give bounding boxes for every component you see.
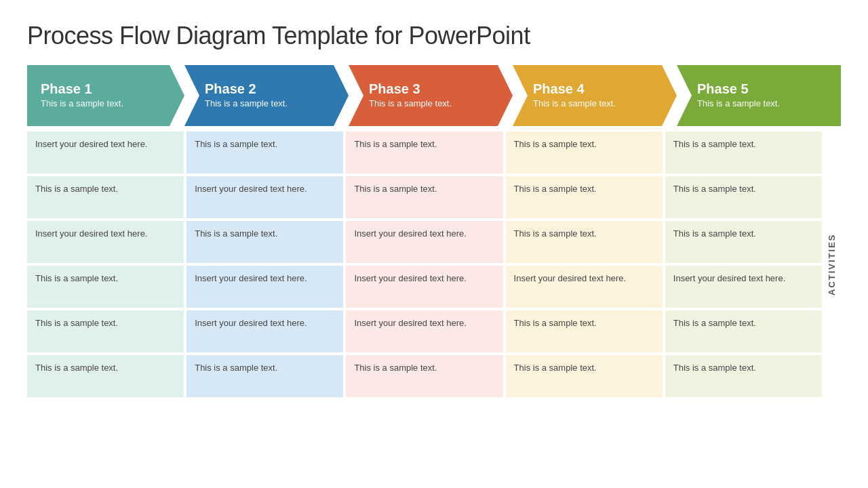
table-cell-r1-c2[interactable]: This is a sample text. bbox=[346, 176, 502, 218]
phase-chevron-2: Phase 2 This is a sample text. bbox=[184, 65, 349, 126]
table-cell-r4-c0[interactable]: This is a sample text. bbox=[27, 310, 184, 352]
table-cell-r4-c3[interactable]: This is a sample text. bbox=[506, 310, 663, 352]
table-cell-r1-c4[interactable]: This is a sample text. bbox=[665, 176, 822, 218]
phase-desc: This is a sample text. bbox=[41, 98, 175, 110]
table-cell-r3-c0[interactable]: This is a sample text. bbox=[27, 266, 184, 308]
phase-chevron-4: Phase 4 This is a sample text. bbox=[513, 65, 677, 126]
table-cell-r0-c4[interactable]: This is a sample text. bbox=[665, 131, 822, 174]
table-cell-r2-c3[interactable]: This is a sample text. bbox=[506, 221, 663, 263]
table-cell-r5-c4[interactable]: This is a sample text. bbox=[665, 355, 822, 397]
phase-desc: This is a sample text. bbox=[697, 98, 831, 110]
phase-label: Phase 4 bbox=[533, 81, 667, 97]
table-cell-r2-c0[interactable]: Insert your desired text here. bbox=[27, 221, 184, 263]
phase-chevron-1: Phase 1 This is a sample text. bbox=[27, 65, 184, 126]
activities-grid: Insert your desired text here.This is a … bbox=[27, 131, 822, 397]
page: Process Flow Diagram Template for PowerP… bbox=[0, 0, 868, 488]
table-wrapper: Insert your desired text here.This is a … bbox=[27, 131, 841, 397]
phases-row: Phase 1 This is a sample text. Phase 2 T… bbox=[27, 65, 841, 126]
table-cell-r4-c1[interactable]: Insert your desired text here. bbox=[186, 310, 343, 352]
table-cell-r5-c2[interactable]: This is a sample text. bbox=[346, 355, 502, 397]
table-cell-r1-c0[interactable]: This is a sample text. bbox=[27, 176, 184, 218]
phase-label: Phase 3 bbox=[369, 81, 503, 97]
table-cell-r3-c3[interactable]: Insert your desired text here. bbox=[506, 266, 663, 308]
table-cell-r2-c4[interactable]: This is a sample text. bbox=[665, 221, 822, 263]
table-cell-r0-c0[interactable]: Insert your desired text here. bbox=[27, 131, 184, 174]
table-cell-r2-c1[interactable]: This is a sample text. bbox=[186, 221, 343, 263]
phase-label: Phase 5 bbox=[697, 81, 831, 97]
phase-desc: This is a sample text. bbox=[205, 98, 339, 110]
table-cell-r4-c4[interactable]: This is a sample text. bbox=[665, 310, 822, 352]
table-cell-r4-c2[interactable]: Insert your desired text here. bbox=[346, 310, 502, 352]
table-cell-r3-c4[interactable]: Insert your desired text here. bbox=[665, 266, 822, 308]
table-cell-r5-c1[interactable]: This is a sample text. bbox=[186, 355, 343, 397]
table-cell-r0-c3[interactable]: This is a sample text. bbox=[506, 131, 663, 174]
phase-label: Phase 2 bbox=[205, 81, 339, 97]
table-cell-r0-c1[interactable]: This is a sample text. bbox=[186, 131, 343, 174]
activities-label: ACTIVITIES bbox=[822, 131, 841, 397]
page-title: Process Flow Diagram Template for PowerP… bbox=[27, 22, 841, 50]
phase-label: Phase 1 bbox=[41, 81, 175, 97]
phase-desc: This is a sample text. bbox=[533, 98, 667, 110]
phase-chevron-5: Phase 5 This is a sample text. bbox=[677, 65, 841, 126]
table-cell-r1-c1[interactable]: Insert your desired text here. bbox=[186, 176, 343, 218]
table-cell-r2-c2[interactable]: Insert your desired text here. bbox=[346, 221, 502, 263]
table-cell-r3-c2[interactable]: Insert your desired text here. bbox=[346, 266, 502, 308]
table-cell-r0-c2[interactable]: This is a sample text. bbox=[346, 131, 502, 174]
phase-desc: This is a sample text. bbox=[369, 98, 503, 110]
phase-chevron-3: Phase 3 This is a sample text. bbox=[349, 65, 513, 126]
table-cell-r5-c0[interactable]: This is a sample text. bbox=[27, 355, 184, 397]
table-cell-r1-c3[interactable]: This is a sample text. bbox=[506, 176, 663, 218]
table-cell-r3-c1[interactable]: Insert your desired text here. bbox=[186, 266, 343, 308]
table-cell-r5-c3[interactable]: This is a sample text. bbox=[506, 355, 663, 397]
